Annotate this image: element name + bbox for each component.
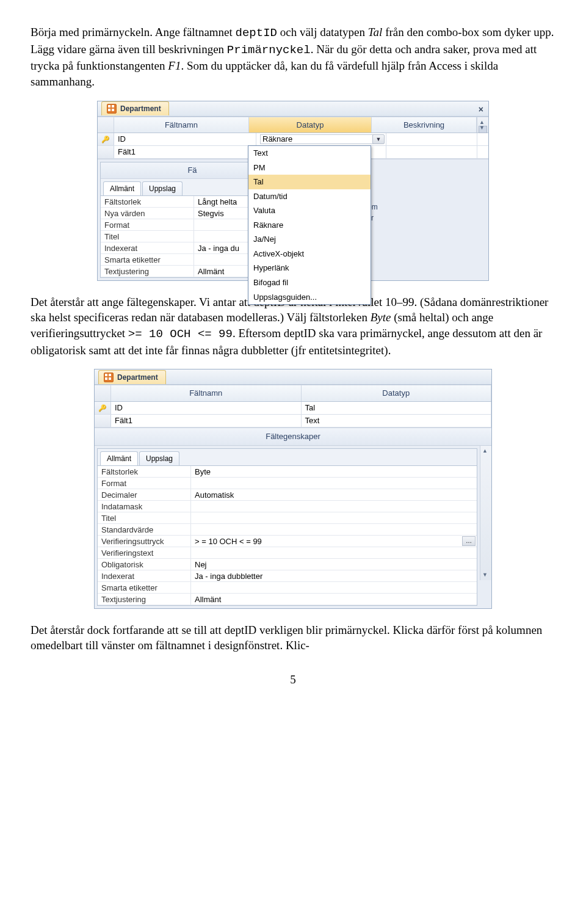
- italic: F1: [168, 59, 181, 72]
- property-value[interactable]: Automatisk: [191, 489, 477, 500]
- table-tab[interactable]: Department: [101, 101, 169, 115]
- property-value[interactable]: [191, 524, 477, 535]
- dropdown-option[interactable]: Text: [248, 146, 371, 161]
- scroll-down-icon[interactable]: ▼: [479, 124, 485, 131]
- column-headers: Fältnamn Datatyp Beskrivning ▲ ▼: [98, 117, 488, 134]
- property-row[interactable]: IndexeratJa - inga dubbletter: [98, 570, 477, 582]
- tab-lookup[interactable]: Uppslag: [139, 451, 179, 465]
- dropdown-option[interactable]: Bifogad fil: [248, 275, 371, 290]
- tab-general[interactable]: Allmänt: [100, 451, 138, 465]
- property-row[interactable]: Verifieringstext: [98, 547, 477, 559]
- window-tab-bar: Department ×: [98, 101, 488, 117]
- property-row[interactable]: FältstorlekByte: [98, 466, 477, 478]
- property-value[interactable]: Ja - inga dubbletter: [191, 570, 477, 581]
- property-row[interactable]: Indatamask: [98, 501, 477, 512]
- field-name-cell[interactable]: ID: [114, 133, 256, 145]
- header-description[interactable]: Beskrivning: [372, 117, 477, 133]
- property-value[interactable]: Byte: [191, 466, 477, 477]
- vertical-scrollbar[interactable]: ▲ ▼: [477, 117, 488, 133]
- dropdown-option[interactable]: Hyperlänk: [248, 261, 371, 275]
- scroll-up-icon[interactable]: ▲: [482, 447, 488, 454]
- property-name: Indatamask: [98, 501, 191, 512]
- paragraph-3: Det återstår dock fortfarande att se til…: [31, 622, 555, 653]
- access-design-window-1: Department × Fältnamn Datatyp Beskrivnin…: [97, 101, 489, 281]
- code: deptID: [236, 26, 277, 40]
- property-name: Standardvärde: [98, 524, 191, 535]
- paragraph-1: Börja med primärnyckeln. Ange fältnamnet…: [31, 24, 555, 90]
- field-row[interactable]: Fält1 Text: [95, 415, 491, 427]
- field-row[interactable]: ID Tal: [95, 402, 491, 415]
- property-name: Titel: [98, 512, 191, 523]
- close-icon[interactable]: ×: [479, 104, 483, 115]
- field-name-cell[interactable]: Fält1: [114, 146, 256, 158]
- property-row[interactable]: Format: [98, 478, 477, 489]
- property-value[interactable]: [191, 478, 477, 489]
- tab-title: Department: [120, 104, 161, 114]
- property-row[interactable]: Standardvärde: [98, 524, 477, 536]
- builder-button[interactable]: …: [462, 536, 476, 546]
- row-selector[interactable]: [98, 146, 114, 158]
- header-fieldname[interactable]: Fältnamn: [111, 385, 302, 401]
- italic: Byte: [371, 311, 391, 324]
- property-name: Textjustering: [98, 594, 191, 605]
- property-value[interactable]: Allmänt: [191, 594, 477, 605]
- vertical-scrollbar[interactable]: ▲ ▼: [480, 446, 491, 580]
- field-name-cell[interactable]: Fält1: [111, 415, 302, 427]
- header-datatype[interactable]: Datatyp: [302, 385, 492, 401]
- dropdown-option[interactable]: Uppslagsguiden...: [248, 290, 371, 305]
- property-row[interactable]: Smarta etiketter: [98, 582, 477, 594]
- table-tab[interactable]: Department: [98, 370, 166, 384]
- field-type-cell[interactable]: Räknare ▼: [256, 133, 386, 145]
- property-value[interactable]: Nej: [191, 559, 477, 570]
- dropdown-option[interactable]: Räknare: [248, 218, 371, 233]
- property-value[interactable]: [191, 501, 477, 512]
- property-name: Indexerat: [98, 570, 191, 581]
- row-selector-header[interactable]: [95, 385, 111, 401]
- property-value[interactable]: [191, 512, 477, 523]
- properties-pane: Allmänt Uppslag FältstorlekByte Format D…: [97, 448, 477, 606]
- code: Primärnyckel: [227, 43, 311, 57]
- property-name: Titel: [101, 231, 194, 242]
- datatype-dropdown[interactable]: Text PM Tal Datum/tid Valuta Räknare Ja/…: [248, 145, 371, 305]
- dropdown-option[interactable]: Ja/Nej: [248, 232, 371, 247]
- chevron-down-icon[interactable]: ▼: [372, 134, 385, 144]
- tab-general[interactable]: Allmänt: [103, 181, 141, 195]
- property-row[interactable]: DecimalerAutomatisk: [98, 489, 477, 501]
- code: >= 10 OCH <= 99: [128, 327, 233, 341]
- property-name: Decimaler: [98, 489, 191, 500]
- property-row[interactable]: Titel: [98, 512, 477, 524]
- italic: Tal: [368, 26, 383, 38]
- tab-title: Department: [117, 373, 158, 382]
- property-value[interactable]: [191, 547, 477, 558]
- field-name-cell[interactable]: ID: [111, 402, 302, 414]
- header-fieldname[interactable]: Fältnamn: [114, 117, 249, 133]
- dropdown-option[interactable]: Datum/tid: [248, 189, 371, 204]
- primary-key-icon[interactable]: [95, 402, 111, 414]
- description-cell[interactable]: [386, 146, 477, 158]
- field-row[interactable]: ID Räknare ▼: [98, 133, 488, 146]
- dropdown-option[interactable]: PM: [248, 161, 371, 175]
- description-cell[interactable]: [386, 133, 477, 145]
- dropdown-option[interactable]: Valuta: [248, 203, 371, 218]
- header-datatype[interactable]: Datatyp: [249, 117, 372, 133]
- property-row[interactable]: ObligatoriskNej: [98, 559, 477, 570]
- property-row[interactable]: Verifieringsuttryck> = 10 OCH < = 99…: [98, 536, 477, 547]
- primary-key-icon[interactable]: [98, 133, 114, 145]
- property-name: Format: [101, 219, 194, 230]
- datatype-combo[interactable]: Räknare ▼: [260, 134, 382, 144]
- table-icon: [104, 373, 114, 382]
- property-tabs: Allmänt Uppslag: [98, 449, 477, 465]
- scroll-down-icon[interactable]: ▼: [482, 571, 488, 578]
- page-number: 5: [31, 672, 555, 688]
- field-type-cell[interactable]: Tal: [302, 402, 492, 414]
- property-row[interactable]: TextjusteringAllmänt: [98, 594, 477, 605]
- dropdown-option-selected[interactable]: Tal: [248, 175, 371, 189]
- tab-lookup[interactable]: Uppslag: [142, 181, 183, 195]
- property-value[interactable]: > = 10 OCH < = 99…: [191, 536, 477, 547]
- field-type-cell[interactable]: Text: [302, 415, 492, 427]
- window-tab-bar: Department: [95, 369, 491, 385]
- row-selector[interactable]: [95, 415, 111, 427]
- dropdown-option[interactable]: ActiveX-objekt: [248, 247, 371, 261]
- property-value[interactable]: [191, 582, 477, 593]
- row-selector-header[interactable]: [98, 117, 114, 133]
